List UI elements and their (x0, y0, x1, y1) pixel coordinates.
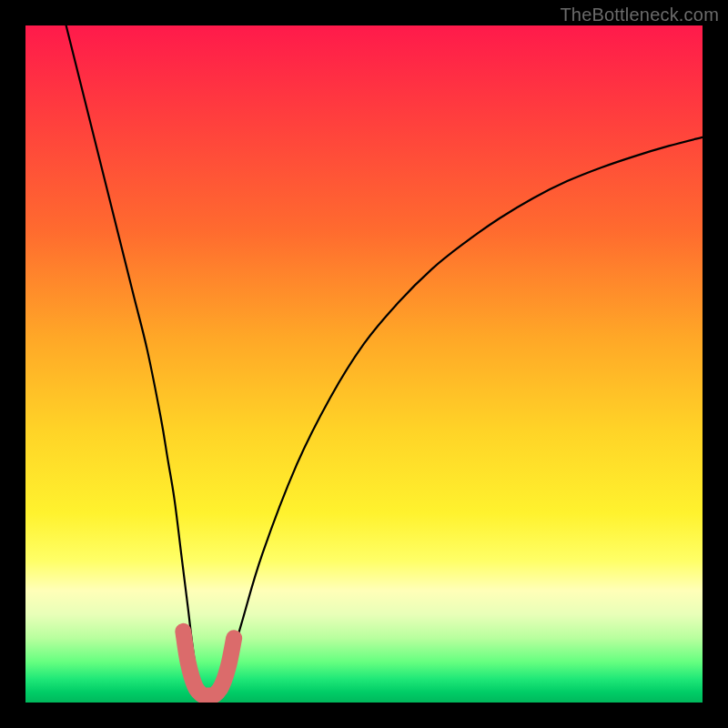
gradient-background (25, 25, 703, 703)
chart-frame: TheBottleneck.com (0, 0, 728, 728)
bottleneck-chart (25, 25, 703, 703)
plot-area (25, 25, 703, 703)
watermark-text: TheBottleneck.com (560, 5, 719, 25)
